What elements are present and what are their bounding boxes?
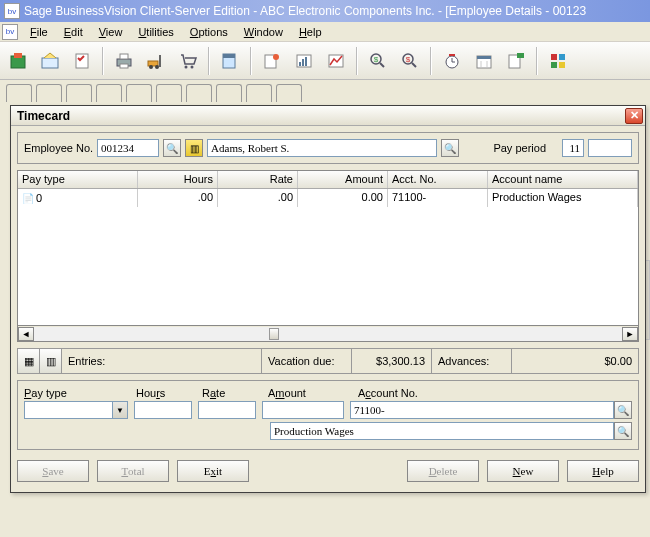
bg-tab[interactable] bbox=[66, 84, 92, 102]
toolbar-forklift-icon[interactable] bbox=[142, 47, 170, 75]
search-icon[interactable]: 🔍 bbox=[614, 401, 632, 419]
grid-body[interactable]: 📄 0 .00 .00 0.00 71100- Production Wages bbox=[18, 189, 638, 325]
title-text: Sage BusinessVision Client-Server Editio… bbox=[24, 4, 586, 18]
employee-no-label: Employee No. bbox=[24, 142, 93, 154]
bg-tab[interactable] bbox=[216, 84, 242, 102]
rate-input[interactable] bbox=[198, 401, 256, 419]
new-button[interactable]: New bbox=[487, 460, 559, 482]
entry-head-hours: Hours bbox=[136, 387, 165, 399]
toolbar-print-icon[interactable] bbox=[110, 47, 138, 75]
scroll-left-icon[interactable]: ◄ bbox=[18, 327, 34, 341]
toolbar-btn-1[interactable] bbox=[4, 47, 32, 75]
pay-period-label: Pay period bbox=[493, 142, 546, 154]
menu-view[interactable]: View bbox=[91, 24, 131, 40]
paytype-input[interactable] bbox=[24, 401, 112, 419]
title-bar: bv Sage BusinessVision Client-Server Edi… bbox=[0, 0, 650, 22]
col-paytype[interactable]: Pay type bbox=[18, 171, 138, 188]
grid-hscroll[interactable]: ◄ ► bbox=[17, 326, 639, 342]
toolbar-money-search-icon-2[interactable]: $ bbox=[396, 47, 424, 75]
hours-input[interactable] bbox=[134, 401, 192, 419]
save-button[interactable]: Save bbox=[17, 460, 89, 482]
help-button[interactable]: Help bbox=[567, 460, 639, 482]
toolbar-clock-icon[interactable] bbox=[438, 47, 466, 75]
bg-tab[interactable] bbox=[156, 84, 182, 102]
bg-tab[interactable] bbox=[126, 84, 152, 102]
toolbar-chart-icon[interactable] bbox=[322, 47, 350, 75]
entries-label: Entries: bbox=[62, 349, 262, 373]
toolbar-btn-2[interactable] bbox=[36, 47, 64, 75]
employee-no-input[interactable] bbox=[97, 139, 159, 157]
svg-rect-33 bbox=[477, 56, 491, 59]
entry-head-amount: Amount bbox=[268, 387, 306, 399]
menu-utilities[interactable]: Utilities bbox=[130, 24, 181, 40]
toolbar-palette-icon[interactable] bbox=[544, 47, 572, 75]
cell-amount: 0.00 bbox=[298, 189, 388, 207]
paytype-combo[interactable]: ▼ bbox=[24, 401, 128, 419]
acctno-input[interactable] bbox=[350, 401, 614, 419]
entry-head-rate: Rate bbox=[202, 387, 225, 399]
toolbar-btn-7[interactable] bbox=[216, 47, 244, 75]
pay-period-extra-input[interactable] bbox=[588, 139, 632, 157]
bg-tab[interactable] bbox=[186, 84, 212, 102]
chevron-down-icon[interactable]: ▼ bbox=[112, 401, 128, 419]
svg-rect-18 bbox=[299, 62, 301, 66]
delete-button[interactable]: Delete bbox=[407, 460, 479, 482]
menu-window[interactable]: Window bbox=[236, 24, 291, 40]
col-acctname[interactable]: Account name bbox=[488, 171, 638, 188]
toolbar-btn-9[interactable] bbox=[290, 47, 318, 75]
close-icon[interactable]: ✕ bbox=[625, 108, 643, 124]
scroll-track[interactable] bbox=[34, 327, 622, 341]
menu-file[interactable]: File bbox=[22, 24, 56, 40]
cell-acctname: Production Wages bbox=[488, 189, 638, 207]
bg-tab[interactable] bbox=[36, 84, 62, 102]
bg-tab[interactable] bbox=[6, 84, 32, 102]
scroll-right-icon[interactable]: ► bbox=[622, 327, 638, 341]
svg-text:$: $ bbox=[374, 55, 379, 64]
col-hours[interactable]: Hours bbox=[138, 171, 218, 188]
bg-tab[interactable] bbox=[276, 84, 302, 102]
exit-button[interactable]: Exit bbox=[177, 460, 249, 482]
control-icon[interactable]: bv bbox=[2, 24, 18, 40]
search-icon[interactable]: 🔍 bbox=[614, 422, 632, 440]
browse-icon[interactable]: ▥ bbox=[185, 139, 203, 157]
toolbar-btn-8[interactable] bbox=[258, 47, 286, 75]
col-rate[interactable]: Rate bbox=[218, 171, 298, 188]
svg-rect-5 bbox=[120, 54, 128, 59]
svg-line-23 bbox=[380, 63, 384, 67]
expand-icon[interactable]: ▥ bbox=[40, 349, 62, 373]
employee-name-input[interactable] bbox=[207, 139, 437, 157]
toolbar-calendar-icon[interactable] bbox=[470, 47, 498, 75]
col-amount[interactable]: Amount bbox=[298, 171, 388, 188]
advances-value: $0.00 bbox=[512, 349, 638, 373]
app-icon: bv bbox=[4, 3, 20, 19]
svg-rect-40 bbox=[551, 62, 557, 68]
search-icon[interactable]: 🔍 bbox=[441, 139, 459, 157]
bg-tab[interactable] bbox=[96, 84, 122, 102]
toolbar-cart-icon[interactable] bbox=[174, 47, 202, 75]
search-icon[interactable]: 🔍 bbox=[163, 139, 181, 157]
toolbar-btn-3[interactable] bbox=[68, 47, 96, 75]
pay-period-input[interactable] bbox=[562, 139, 584, 157]
toolbar-money-search-icon[interactable]: $ bbox=[364, 47, 392, 75]
scroll-thumb[interactable] bbox=[269, 328, 279, 340]
row-icon: 📄 bbox=[22, 193, 34, 204]
collapse-icon[interactable]: ▦ bbox=[18, 349, 40, 373]
toolbar-btn-15[interactable] bbox=[502, 47, 530, 75]
menu-edit[interactable]: Edit bbox=[56, 24, 91, 40]
col-acct[interactable]: Acct. No. bbox=[388, 171, 488, 188]
total-button[interactable]: Total bbox=[97, 460, 169, 482]
svg-rect-3 bbox=[76, 54, 88, 68]
menu-options[interactable]: Options bbox=[182, 24, 236, 40]
timecard-grid: Pay type Hours Rate Amount Acct. No. Acc… bbox=[17, 170, 639, 326]
acctname-input[interactable] bbox=[270, 422, 614, 440]
vacation-value: $3,300.13 bbox=[352, 349, 432, 373]
button-row: Save Total Exit Delete New Help bbox=[17, 456, 639, 486]
main-toolbar: $ $ bbox=[0, 42, 650, 80]
bg-tab[interactable] bbox=[246, 84, 272, 102]
amount-input[interactable] bbox=[262, 401, 344, 419]
cell-paytype: 0 bbox=[36, 192, 42, 204]
svg-rect-38 bbox=[551, 54, 557, 60]
svg-rect-10 bbox=[159, 55, 161, 67]
menu-help[interactable]: Help bbox=[291, 24, 330, 40]
table-row[interactable]: 📄 0 .00 .00 0.00 71100- Production Wages bbox=[18, 189, 638, 207]
